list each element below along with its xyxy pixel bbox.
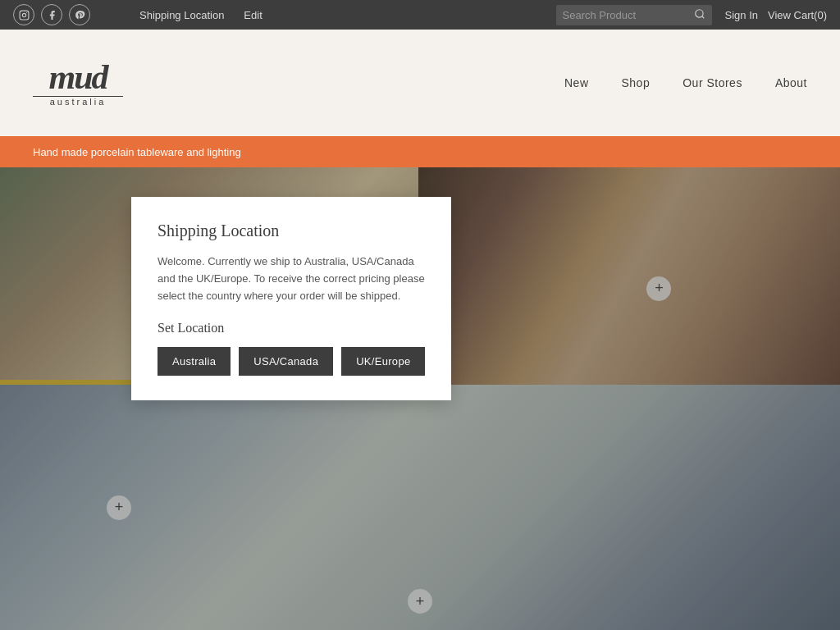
facebook-icon[interactable] xyxy=(41,4,62,25)
sign-in-link[interactable]: Sign In xyxy=(725,9,758,21)
svg-point-2 xyxy=(25,11,26,12)
set-location-title: Set Location xyxy=(158,321,425,336)
shipping-location-link[interactable]: Shipping Location xyxy=(139,9,224,21)
svg-point-3 xyxy=(695,9,702,16)
top-bar: Shipping Location Edit Sign In View Cart… xyxy=(0,0,840,30)
instagram-icon[interactable] xyxy=(13,4,34,25)
auth-links: Sign In View Cart(0) xyxy=(725,9,828,21)
uk-europe-button[interactable]: UK/Europe xyxy=(341,347,425,376)
top-bar-right: Sign In View Cart(0) xyxy=(556,5,828,25)
modal-title: Shipping Location xyxy=(158,221,425,240)
logo-mud-text: mud xyxy=(48,60,107,94)
nav-item-about[interactable]: About xyxy=(775,68,807,98)
svg-rect-0 xyxy=(20,11,29,20)
social-icons xyxy=(13,4,90,25)
logo-australia-text: australia xyxy=(50,97,107,107)
main-nav: New Shop Our Stores About xyxy=(564,68,807,98)
edit-link[interactable]: Edit xyxy=(244,9,262,21)
logo[interactable]: mud australia xyxy=(33,46,123,120)
nav-item-our-stores[interactable]: Our Stores xyxy=(682,68,742,98)
modal-body-text: Welcome. Currently we ship to Australia,… xyxy=(158,253,425,304)
site-header: mud australia New Shop Our Stores About xyxy=(0,30,840,136)
search-input[interactable] xyxy=(563,9,694,21)
shipping-location-modal: Shipping Location Welcome. Currently we … xyxy=(131,197,451,400)
view-cart-link[interactable]: View Cart(0) xyxy=(768,9,827,21)
svg-line-4 xyxy=(701,16,704,18)
search-container xyxy=(556,5,712,25)
pinterest-icon[interactable] xyxy=(69,4,90,25)
promo-text: Hand made porcelain tableware and lighti… xyxy=(33,146,241,158)
search-button[interactable] xyxy=(694,8,705,22)
nav-item-shop[interactable]: Shop xyxy=(622,68,651,98)
main-content: + + + + Shipping Location Welcome. Curre… xyxy=(0,167,840,630)
usa-canada-button[interactable]: USA/Canada xyxy=(239,347,333,376)
australia-button[interactable]: Australia xyxy=(158,347,231,376)
nav-item-new[interactable]: New xyxy=(564,68,589,98)
svg-point-1 xyxy=(22,13,25,16)
location-buttons: Australia USA/Canada UK/Europe xyxy=(158,347,425,376)
top-bar-center: Shipping Location Edit xyxy=(139,9,262,21)
promo-banner: Hand made porcelain tableware and lighti… xyxy=(0,136,840,167)
